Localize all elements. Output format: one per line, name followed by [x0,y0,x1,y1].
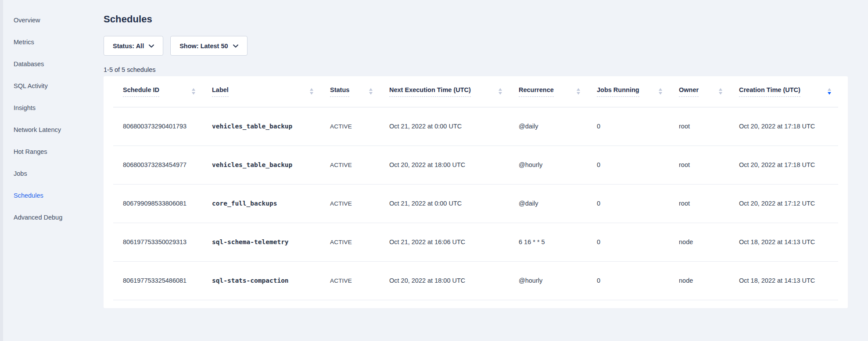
table-row: 806197753325486081sql-stats-compactionAC… [113,261,838,300]
cell-jobs_running: 0 [587,146,669,184]
sort-asc-arrow-icon [310,88,313,91]
column-header-recurrence[interactable]: Recurrence [509,76,587,107]
sort-asc-arrow-icon [577,88,580,91]
cell-jobs_running: 0 [587,107,669,146]
cell-creation_time: Oct 18, 2022 at 14:13 UTC [729,223,838,261]
cell-status: ACTIVE [320,146,380,184]
column-header-jobs_running[interactable]: Jobs Running [587,76,669,107]
sort-icon [369,88,373,95]
column-header-label[interactable]: Label [202,76,320,107]
sort-desc-arrow-icon [310,92,313,95]
table-body: 806800373290401793vehicles_table_backupA… [113,107,838,300]
show-filter-dropdown[interactable]: Show: Latest 50 [170,36,247,56]
cell-label: sql-schema-telemetry [202,223,320,261]
cell-next_execution: Oct 20, 2022 at 18:00 UTC [380,146,509,184]
cell-creation_time: Oct 18, 2022 at 14:13 UTC [729,261,838,300]
sort-desc-arrow-icon [719,92,722,95]
cell-owner: root [669,146,729,184]
sidebar-item-schedules[interactable]: Schedules [3,185,104,206]
column-header-creation_time[interactable]: Creation Time (UTC) [729,76,838,107]
sort-desc-arrow-icon [577,92,580,95]
sidebar-item-network-latency[interactable]: Network Latency [3,119,104,141]
column-header-schedule_id[interactable]: Schedule ID [113,76,202,107]
sort-desc-arrow-icon [369,92,373,95]
page-title: Schedules [104,14,848,25]
sidebar-item-overview[interactable]: Overview [3,9,104,31]
sort-icon [499,88,502,95]
cell-status: ACTIVE [320,107,380,146]
table-header: Schedule IDLabelStatusNext Execution Tim… [113,76,838,107]
sidebar-item-sql-activity[interactable]: SQL Activity [3,75,104,97]
cell-creation_time: Oct 20, 2022 at 17:12 UTC [729,184,838,223]
column-label-next_execution: Next Execution Time (UTC) [389,86,471,97]
cell-status: ACTIVE [320,184,380,223]
schedules-table: Schedule IDLabelStatusNext Execution Tim… [113,76,838,300]
sort-icon [659,88,662,95]
cell-recurrence: @daily [509,107,587,146]
sort-desc-arrow-icon [192,92,195,95]
sidebar-item-metrics[interactable]: Metrics [3,31,104,53]
cell-owner: root [669,184,729,223]
schedules-table-card: Schedule IDLabelStatusNext Execution Tim… [104,76,848,308]
sort-desc-arrow-icon [828,92,831,95]
cell-creation_time: Oct 20, 2022 at 17:18 UTC [729,107,838,146]
sort-asc-arrow-icon [828,88,831,91]
cell-schedule_id: 806800373283454977 [113,146,202,184]
table-row: 806800373283454977vehicles_table_backupA… [113,146,838,184]
cell-recurrence: @daily [509,184,587,223]
cell-jobs_running: 0 [587,261,669,300]
window-left-edge [0,0,3,341]
cell-recurrence: @hourly [509,261,587,300]
cell-label: vehicles_table_backup [202,146,320,184]
sort-desc-arrow-icon [499,92,502,95]
column-label-recurrence: Recurrence [519,86,554,97]
sidebar-item-hot-ranges[interactable]: Hot Ranges [3,141,104,163]
cell-label: sql-stats-compaction [202,261,320,300]
chevron-down-icon [233,44,238,48]
cell-recurrence: 6 16 * * 5 [509,223,587,261]
sort-desc-arrow-icon [659,92,662,95]
sort-asc-arrow-icon [499,88,502,91]
cell-next_execution: Oct 21, 2022 at 0:00 UTC [380,107,509,146]
column-label-status: Status [330,86,349,97]
sort-asc-arrow-icon [369,88,373,91]
sidebar-item-insights[interactable]: Insights [3,97,104,119]
column-label-label: Label [212,86,229,97]
cell-schedule_id: 806197753350029313 [113,223,202,261]
sidebar: OverviewMetricsDatabasesSQL ActivityInsi… [3,0,104,341]
cell-status: ACTIVE [320,223,380,261]
column-header-owner[interactable]: Owner [669,76,729,107]
cell-recurrence: @hourly [509,146,587,184]
sort-asc-arrow-icon [659,88,662,91]
cell-label: core_full_backups [202,184,320,223]
column-header-next_execution[interactable]: Next Execution Time (UTC) [380,76,509,107]
sort-icon [719,88,722,95]
cell-jobs_running: 0 [587,184,669,223]
cell-schedule_id: 806197753325486081 [113,261,202,300]
sort-icon [192,88,195,95]
schedules-page: OverviewMetricsDatabasesSQL ActivityInsi… [0,0,868,341]
column-label-creation_time: Creation Time (UTC) [739,86,800,97]
show-filter-label: Show: Latest 50 [179,43,228,50]
filter-bar: Status: All Show: Latest 50 [104,36,848,56]
cell-next_execution: Oct 21, 2022 at 0:00 UTC [380,184,509,223]
sidebar-item-databases[interactable]: Databases [3,53,104,75]
cell-status: ACTIVE [320,261,380,300]
column-header-status[interactable]: Status [320,76,380,107]
column-label-owner: Owner [679,86,699,97]
sort-asc-arrow-icon [719,88,722,91]
cell-owner: node [669,223,729,261]
sort-icon [310,88,313,95]
cell-next_execution: Oct 20, 2022 at 18:00 UTC [380,261,509,300]
main-content: Schedules Status: All Show: Latest 50 1-… [104,0,868,341]
sidebar-item-advanced-debug[interactable]: Advanced Debug [3,206,104,228]
sidebar-item-jobs[interactable]: Jobs [3,163,104,185]
table-row: 806799098533806081core_full_backupsACTIV… [113,184,838,223]
sort-asc-arrow-icon [192,88,195,91]
status-filter-dropdown[interactable]: Status: All [104,36,163,56]
column-label-jobs_running: Jobs Running [597,86,639,97]
column-label-schedule_id: Schedule ID [123,86,159,97]
sort-icon [577,88,580,95]
cell-label: vehicles_table_backup [202,107,320,146]
cell-owner: node [669,261,729,300]
